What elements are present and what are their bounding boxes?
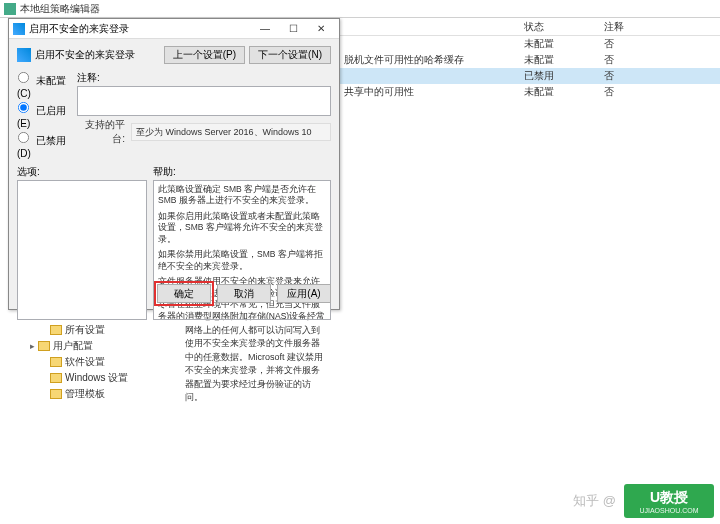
tree-item[interactable]: Windows 设置 (42, 370, 140, 386)
brand-name: U教授 (650, 489, 688, 507)
ok-button[interactable]: 确定 (157, 284, 211, 303)
tree-item[interactable]: ▸用户配置 (30, 338, 140, 354)
side-help-text: 遭受恶意软件的攻击。此外，可能网络上的任何人都可以访问写入到使用不安全来宾登录的… (185, 310, 325, 405)
col-comment[interactable]: 注释 (600, 18, 720, 35)
app-title: 本地组策略编辑器 (20, 2, 100, 16)
opt-enabled[interactable]: 已启用(E) (17, 101, 77, 129)
prev-setting-button[interactable]: 上一个设置(P) (164, 46, 245, 64)
opt-not-configured[interactable]: 未配置(C) (17, 71, 77, 99)
setting-name-label: 启用不安全的来宾登录 (35, 48, 135, 62)
options-box-label: 选项: (17, 165, 147, 179)
list-row[interactable]: 共享中的可用性未配置否 (340, 84, 720, 100)
policy-dialog: 启用不安全的来宾登录 — ☐ ✕ 启用不安全的来宾登录 上一个设置(P) 下一个… (8, 18, 340, 310)
list-row[interactable]: 脱机文件可用性的哈希缓存未配置否 (340, 52, 720, 68)
tree-item[interactable]: 管理模板 (42, 386, 140, 402)
close-button[interactable]: ✕ (307, 20, 335, 38)
apply-button[interactable]: 应用(A) (277, 284, 331, 303)
supported-value: 至少为 Windows Server 2016、Windows 10 (131, 123, 331, 141)
comment-textbox[interactable] (77, 86, 331, 116)
policy-list: 状态 注释 未配置否脱机文件可用性的哈希缓存未配置否已禁用否共享中的可用性未配置… (340, 18, 720, 100)
maximize-button[interactable]: ☐ (279, 20, 307, 38)
minimize-button[interactable]: — (251, 20, 279, 38)
app-icon (4, 3, 16, 15)
brand-logo: U教授 UJIAOSHOU.COM (624, 484, 714, 518)
comment-label: 注释: (77, 72, 100, 83)
dialog-title: 启用不安全的来宾登录 (29, 22, 251, 36)
zhihu-watermark: 知乎 @ (573, 492, 616, 510)
watermark: 知乎 @ U教授 UJIAOSHOU.COM (573, 484, 714, 518)
policy-icon (17, 48, 31, 62)
options-box (17, 180, 147, 320)
list-row[interactable]: 未配置否 (340, 36, 720, 52)
supported-label: 支持的平台: (77, 118, 125, 146)
list-header: 状态 注释 (340, 18, 720, 36)
dialog-icon (13, 23, 25, 35)
list-row[interactable]: 已禁用否 (340, 68, 720, 84)
cancel-button[interactable]: 取消 (217, 284, 271, 303)
col-name[interactable] (340, 18, 520, 35)
dialog-titlebar[interactable]: 启用不安全的来宾登录 — ☐ ✕ (9, 19, 339, 39)
col-state[interactable]: 状态 (520, 18, 600, 35)
help-box-label: 帮助: (153, 165, 331, 179)
next-setting-button[interactable]: 下一个设置(N) (249, 46, 331, 64)
brand-url: UJIAOSHOU.COM (639, 507, 698, 514)
setting-name: 启用不安全的来宾登录 (17, 48, 160, 62)
tree-item[interactable]: 软件设置 (42, 354, 140, 370)
tree-item[interactable]: 所有设置 (42, 322, 140, 338)
app-titlebar: 本地组策略编辑器 (0, 0, 720, 18)
opt-disabled[interactable]: 已禁用(D) (17, 131, 77, 159)
